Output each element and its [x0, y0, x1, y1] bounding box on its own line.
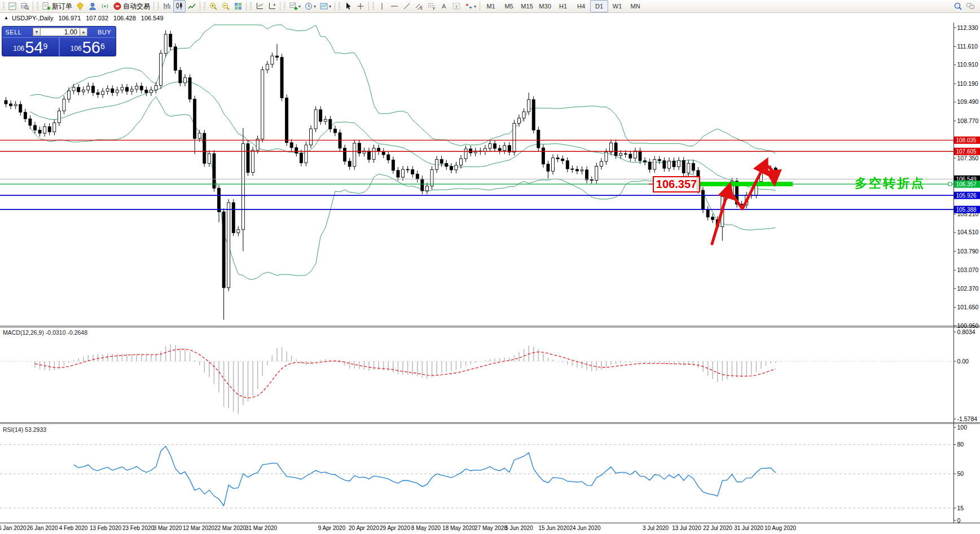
timeframe-h4-button[interactable]: H4 — [572, 0, 590, 12]
candle-body — [63, 99, 65, 111]
timeframe-mn-button[interactable]: MN — [626, 0, 644, 12]
zoom-in-button[interactable] — [207, 0, 219, 12]
sell-pips: 54 — [25, 39, 43, 56]
candle-body — [387, 155, 390, 160]
svg-text:15: 15 — [957, 505, 964, 511]
auto-arrange-icon — [255, 2, 264, 11]
buy-price[interactable]: 106566 — [60, 38, 116, 56]
metaeditor-button[interactable] — [74, 0, 86, 12]
svg-text:108.035: 108.035 — [956, 137, 977, 143]
svg-text:102.370: 102.370 — [957, 285, 979, 292]
trendline-button[interactable] — [401, 0, 413, 12]
mt4-window: 新订单自动交易▾▾▾EFAT▾ M1M5M15M30H1H4D1W1MN ▲ U… — [0, 0, 980, 534]
candlestick-chart-button[interactable] — [173, 0, 186, 12]
text-icon: A — [440, 2, 449, 11]
chart-shift-icon — [267, 2, 276, 11]
candle-body — [10, 104, 12, 106]
chart-shift-button[interactable] — [266, 0, 278, 12]
candle-body — [614, 143, 617, 155]
arrows-dropdown-icon[interactable]: ▾ — [474, 4, 476, 9]
periods-dropdown-icon[interactable]: ▾ — [314, 4, 316, 9]
zoom-out-button[interactable] — [219, 0, 232, 12]
profiles-button[interactable] — [19, 0, 31, 12]
buy-button[interactable]: BUY — [93, 29, 116, 36]
svg-text:9 Apr 2020: 9 Apr 2020 — [318, 525, 346, 531]
signals-button[interactable] — [99, 0, 111, 12]
svg-text:103.790: 103.790 — [957, 248, 979, 255]
periods-button[interactable]: ▾ — [302, 0, 318, 12]
templates-button[interactable]: ▾ — [318, 0, 333, 12]
svg-text:23 Feb 2020: 23 Feb 2020 — [122, 525, 155, 531]
signals-icon — [100, 2, 109, 11]
candle-body — [305, 145, 307, 163]
candle-body — [344, 148, 346, 161]
candle-body — [348, 161, 351, 167]
candle-body — [503, 146, 506, 151]
templates-dropdown-icon[interactable]: ▾ — [329, 4, 331, 9]
market-button[interactable] — [86, 0, 99, 12]
svg-text:31 Jul 2020: 31 Jul 2020 — [734, 525, 763, 531]
cursor-button[interactable] — [342, 0, 354, 12]
volume-increase-button[interactable]: ▲ — [80, 28, 87, 36]
svg-text:F: F — [433, 7, 436, 11]
text-button[interactable]: A — [438, 0, 450, 12]
candle-body — [14, 104, 17, 106]
candle-body — [687, 163, 690, 173]
search-button[interactable] — [952, 0, 964, 12]
timeframe-m15-button[interactable]: M15 — [518, 0, 536, 12]
candle-body — [29, 119, 32, 125]
candle-body — [411, 169, 414, 174]
timeframe-h1-button[interactable]: H1 — [554, 0, 572, 12]
fibonacci-button[interactable]: F — [425, 0, 438, 12]
timeframe-d1-button[interactable]: D1 — [590, 0, 608, 12]
timeframe-w1-button[interactable]: W1 — [608, 0, 626, 12]
timeframe-m30-button[interactable]: M30 — [536, 0, 554, 12]
price-chart[interactable]: 106.357多空转折点112.330111.610110.910110.190… — [0, 23, 980, 534]
arrows-button[interactable]: ▾ — [463, 0, 478, 12]
sell-button[interactable]: SELL — [2, 29, 25, 36]
buy-big-figure: 106 — [71, 41, 82, 56]
horizontal-line-button[interactable] — [388, 0, 401, 12]
rsi-indicator — [0, 445, 954, 508]
timeframe-m1-button[interactable]: M1 — [482, 0, 500, 12]
new-chart-button[interactable] — [6, 0, 19, 12]
bar-chart-button[interactable] — [161, 0, 173, 12]
market-icon — [88, 2, 97, 11]
candle-body — [382, 151, 385, 155]
svg-text:111.610: 111.610 — [957, 43, 978, 50]
svg-text:100: 100 — [957, 424, 968, 431]
collapse-trade-panel-icon[interactable]: ▲ — [4, 15, 8, 20]
sell-price[interactable]: 106549 — [2, 38, 60, 56]
toolbar-grip — [250, 2, 252, 10]
candle-body — [121, 87, 124, 90]
hline-handle[interactable] — [948, 182, 952, 186]
one-click-trading-panel: SELL ▼ 1.00 ▲ BUY 106549 106566 — [2, 26, 116, 56]
candle-body — [648, 162, 651, 169]
candle-body — [610, 143, 613, 152]
candle-body — [252, 150, 254, 172]
candle-body — [561, 159, 564, 160]
crosshair-button[interactable] — [354, 0, 367, 12]
community-button[interactable] — [964, 0, 977, 12]
equidistant-channel-button[interactable]: E — [413, 0, 425, 12]
add-indicator-button[interactable]: ▾ — [287, 0, 302, 12]
auto-arrange-button[interactable] — [253, 0, 266, 12]
svg-text:-1.5784: -1.5784 — [957, 415, 978, 422]
support-bar[interactable] — [700, 182, 793, 186]
candle-body — [566, 161, 569, 169]
add-indicator-dropdown-icon[interactable]: ▾ — [298, 4, 301, 9]
new-order-button[interactable]: 新订单 — [40, 0, 74, 12]
tile-windows-button[interactable] — [232, 0, 244, 12]
autotrading-button[interactable]: 自动交易 — [111, 0, 152, 12]
cn-annotation[interactable]: 多空转折点 — [855, 176, 925, 190]
line-chart-button[interactable] — [186, 0, 198, 12]
candle-body — [445, 163, 448, 167]
volume-decrease-button[interactable]: ▼ — [33, 28, 41, 36]
candle-body — [556, 158, 559, 159]
candle-body — [619, 154, 622, 155]
autotrading-label: 自动交易 — [123, 2, 150, 11]
vertical-line-button[interactable] — [376, 0, 388, 12]
volume-input[interactable]: 1.00 — [41, 28, 80, 36]
text-label-button[interactable]: T — [450, 0, 463, 12]
timeframe-m5-button[interactable]: M5 — [500, 0, 518, 12]
